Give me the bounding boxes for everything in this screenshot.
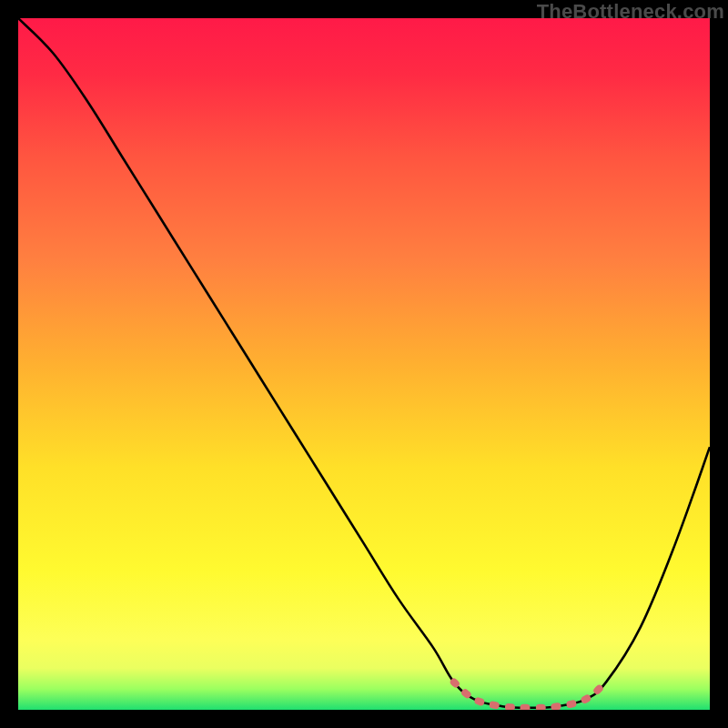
gradient-background <box>18 18 710 710</box>
plot-area <box>18 18 710 710</box>
watermark-text: TheBottleneck.com <box>537 0 724 24</box>
chart-svg <box>18 18 710 710</box>
chart-container: TheBottleneck.com <box>0 0 728 728</box>
